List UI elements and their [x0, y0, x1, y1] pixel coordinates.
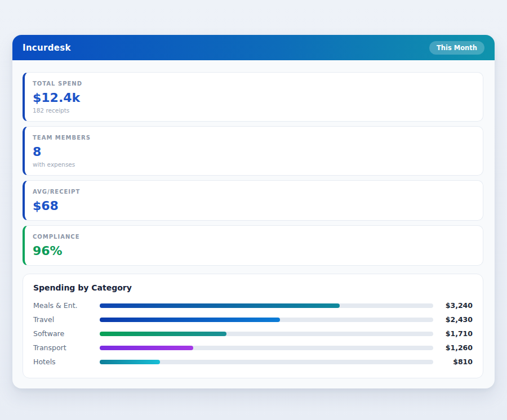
- stat-value: $68: [33, 198, 474, 213]
- chart-row-software: Software $1,710: [33, 327, 473, 341]
- chart-row-meals-ent: Meals & Ent. $3,240: [33, 298, 473, 312]
- stat-value: $12.4k: [33, 90, 474, 105]
- value-label: $810: [439, 358, 473, 366]
- category-label: Transport: [33, 343, 100, 352]
- stat-label: TEAM MEMBERS: [33, 134, 474, 142]
- stat-value: 8: [33, 144, 474, 159]
- stat-value: 96%: [33, 243, 474, 258]
- bar-fill: [100, 303, 340, 308]
- chart-row-travel: Travel $2,430: [33, 312, 473, 327]
- chart-title: Spending by Category: [33, 283, 473, 293]
- category-label: Travel: [33, 315, 100, 324]
- value-label: $1,260: [439, 343, 473, 352]
- chart-rows: Meals & Ent. $3,240 Travel $2,430 Softwa…: [33, 298, 473, 369]
- app-title: Incurdesk: [23, 43, 71, 53]
- stat-card-compliance: COMPLIANCE 96%: [23, 225, 483, 266]
- dashboard-content: TOTAL SPEND $12.4k 182 receipts TEAM MEM…: [12, 60, 495, 388]
- value-label: $3,240: [439, 301, 473, 310]
- stat-label: TOTAL SPEND: [33, 80, 474, 88]
- bar-track: [100, 303, 433, 308]
- value-label: $2,430: [439, 315, 473, 324]
- stat-sub: with expenses: [33, 160, 474, 168]
- stat-card-total-spend: TOTAL SPEND $12.4k 182 receipts: [23, 72, 483, 122]
- bar-fill: [100, 360, 160, 364]
- app-card: Incurdesk This Month TOTAL SPEND $12.4k …: [12, 35, 495, 388]
- bar-fill: [100, 346, 193, 350]
- category-label: Software: [33, 329, 100, 338]
- page-background: Incurdesk This Month TOTAL SPEND $12.4k …: [0, 0, 507, 420]
- category-label: Hotels: [33, 358, 100, 366]
- category-label: Meals & Ent.: [33, 301, 100, 310]
- spending-chart-card: Spending by Category Meals & Ent. $3,240…: [23, 274, 483, 378]
- stat-card-team-members: TEAM MEMBERS 8 with expenses: [23, 126, 483, 176]
- bar-fill: [100, 332, 226, 336]
- chart-row-transport: Transport $1,260: [33, 341, 473, 355]
- bar-track: [100, 318, 433, 322]
- value-label: $1,710: [439, 329, 473, 338]
- stat-card-avg-receipt: AVG/RECEIPT $68: [23, 180, 483, 221]
- stat-label: AVG/RECEIPT: [33, 188, 474, 196]
- bar-track: [100, 346, 433, 350]
- bar-fill: [100, 318, 280, 322]
- this-month-badge[interactable]: This Month: [429, 41, 484, 55]
- stat-sub: 182 receipts: [33, 106, 474, 114]
- stat-label: COMPLIANCE: [33, 233, 474, 241]
- bar-track: [100, 360, 433, 364]
- app-header: Incurdesk This Month: [12, 35, 495, 60]
- bar-track: [100, 332, 433, 336]
- chart-row-hotels: Hotels $810: [33, 355, 473, 369]
- stats-section: TOTAL SPEND $12.4k 182 receipts TEAM MEM…: [23, 72, 483, 266]
